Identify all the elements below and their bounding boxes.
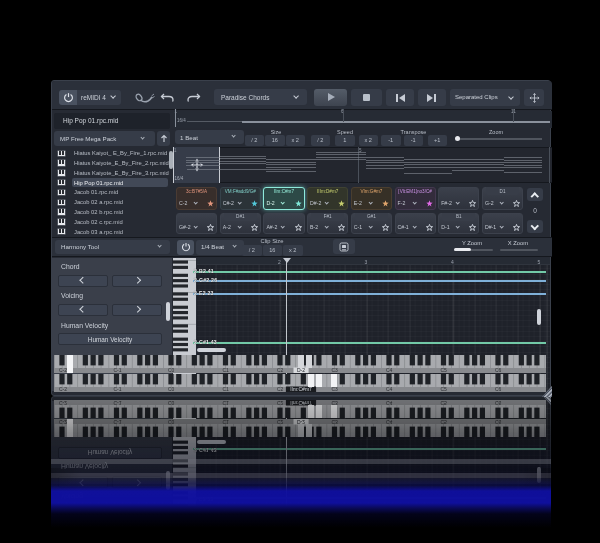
svg-text:C6: C6 (495, 386, 502, 392)
svg-text:C-2: C-2 (59, 386, 67, 392)
svg-text:C3: C3 (332, 386, 339, 392)
svg-text:C1: C1 (223, 386, 230, 392)
svg-text:C-1: C-1 (114, 386, 122, 392)
svg-text:C-1: C-1 (114, 367, 122, 373)
svg-text:D-2: D-2 (297, 367, 305, 373)
svg-text:C4: C4 (386, 386, 393, 392)
svg-text:C0: C0 (168, 367, 175, 373)
svg-text:C3: C3 (332, 367, 339, 373)
svg-text:C-2: C-2 (59, 367, 67, 373)
svg-text:IIm:C#m7: IIm:C#m7 (290, 386, 312, 392)
svg-text:C2: C2 (277, 367, 284, 373)
svg-text:C5: C5 (441, 386, 448, 392)
svg-text:C4: C4 (386, 367, 393, 373)
svg-text:C1: C1 (223, 367, 230, 373)
svg-text:C0: C0 (168, 386, 175, 392)
svg-text:C6: C6 (495, 367, 502, 373)
svg-text:C5: C5 (441, 367, 448, 373)
svg-text:C2: C2 (277, 386, 284, 392)
